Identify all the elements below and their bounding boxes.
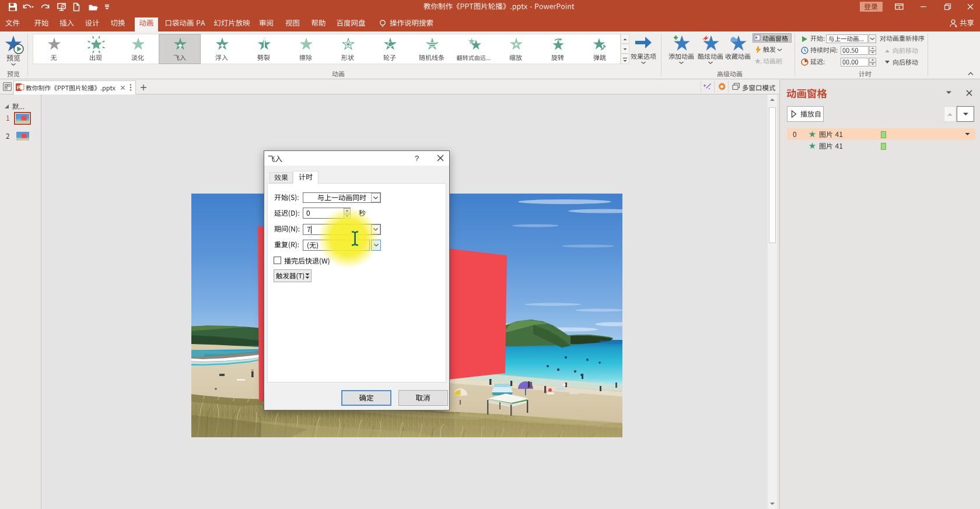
svg-text:?: ? — [415, 154, 419, 163]
svg-text:P: P — [17, 85, 20, 90]
